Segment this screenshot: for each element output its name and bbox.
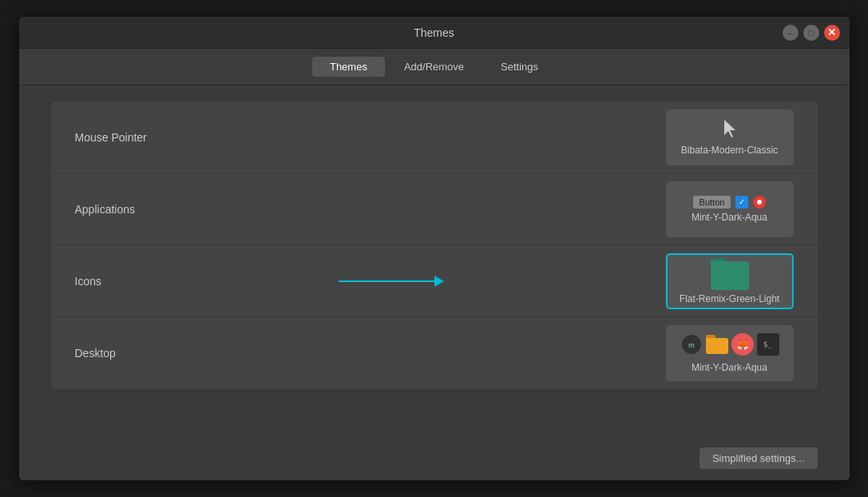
arrow-line <box>339 280 434 282</box>
tab-themes[interactable]: Themes <box>312 57 385 77</box>
mint-svg: m <box>684 337 699 352</box>
simplified-settings-button[interactable]: Simplified settings... <box>700 447 818 469</box>
applications-label: Applications <box>75 203 203 216</box>
mint-logo-icon: m <box>680 333 703 356</box>
desktop-theme-preview[interactable]: m 🦊 $_ <box>666 325 794 381</box>
desktop-row: Desktop m <box>51 317 818 389</box>
settings-panel: Mouse Pointer Bibata-Modern-Classic Appl… <box>51 101 818 389</box>
icons-theme-name: Flat-Remix-Green-Light <box>680 293 779 304</box>
terminal-icon: $_ <box>757 333 779 356</box>
cursor-icon <box>722 119 738 138</box>
applications-row: Applications Button ✓ Mint-Y-Dark-Aqua <box>51 173 818 245</box>
desktop-folder-icon <box>706 335 728 354</box>
maximize-icon: □ <box>808 28 814 38</box>
mouse-pointer-theme-name: Bibata-Modern-Classic <box>681 145 778 156</box>
titlebar: Themes – □ ✕ <box>19 17 850 49</box>
tabbar: Themes Add/Remove Settings <box>19 49 850 85</box>
icons-label: Icons <box>75 275 203 288</box>
minimize-icon: – <box>787 28 792 38</box>
minimize-button[interactable]: – <box>783 25 799 41</box>
mini-check-icon: ✓ <box>735 196 748 209</box>
window-controls: – □ ✕ <box>783 25 840 41</box>
mouse-pointer-theme-preview[interactable]: Bibata-Modern-Classic <box>666 109 794 165</box>
svg-text:m: m <box>688 341 695 349</box>
icons-theme-preview[interactable]: Flat-Remix-Green-Light <box>666 253 794 309</box>
firefox-icon: 🦊 <box>731 333 754 356</box>
maximize-button[interactable]: □ <box>803 25 819 41</box>
close-icon: ✕ <box>827 26 836 38</box>
cursor-svg <box>722 119 738 138</box>
desktop-label: Desktop <box>75 347 203 360</box>
content-area: Mouse Pointer Bibata-Modern-Classic Appl… <box>19 85 850 436</box>
tab-settings[interactable]: Settings <box>483 57 556 77</box>
main-window: Themes – □ ✕ Themes Add/Remove Settings … <box>19 17 850 480</box>
desktop-icons-row: m 🦊 $_ <box>680 333 779 356</box>
apps-preview: Button ✓ <box>668 196 792 209</box>
close-button[interactable]: ✕ <box>824 25 840 41</box>
firefox-symbol: 🦊 <box>736 339 749 351</box>
footer: Simplified settings... <box>19 436 850 480</box>
applications-theme-name: Mint-Y-Dark-Aqua <box>692 212 767 223</box>
mini-radio-icon <box>753 196 766 209</box>
desktop-theme-name: Mint-Y-Dark-Aqua <box>692 362 767 373</box>
svg-marker-0 <box>724 120 735 137</box>
apps-row: Button ✓ <box>693 196 767 209</box>
arrow-indicator <box>339 276 444 287</box>
mini-button-icon: Button <box>693 196 731 209</box>
tab-addremove[interactable]: Add/Remove <box>386 57 482 77</box>
icons-row: Icons Flat-Remix-Green-Light <box>51 245 818 317</box>
mouse-pointer-row: Mouse Pointer Bibata-Modern-Classic <box>51 101 818 173</box>
window-title: Themes <box>414 26 454 39</box>
folder-icon <box>711 258 749 290</box>
applications-theme-preview[interactable]: Button ✓ Mint-Y-Dark-Aqua <box>666 181 794 237</box>
arrow-head <box>434 276 444 287</box>
desktop-folder-body <box>706 338 728 354</box>
folder-body <box>711 261 749 290</box>
mouse-pointer-label: Mouse Pointer <box>75 131 203 144</box>
